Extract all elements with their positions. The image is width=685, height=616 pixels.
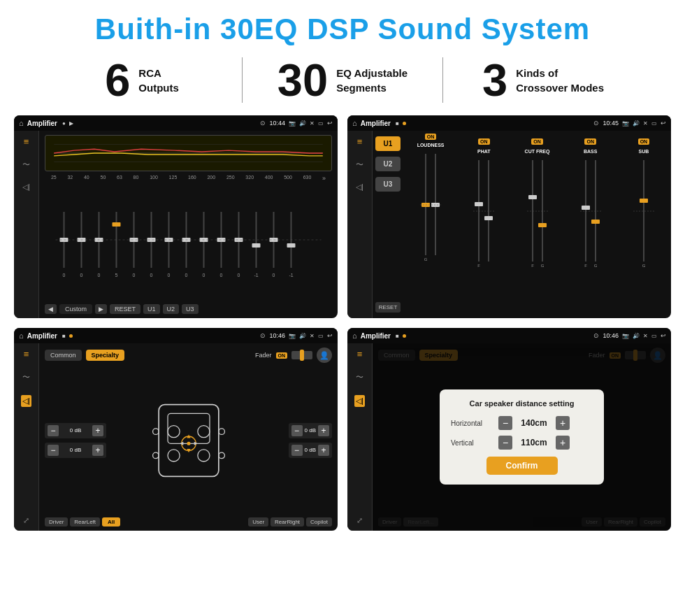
vertical-minus-btn[interactable]: − bbox=[498, 436, 512, 450]
freq-label: 630 bbox=[303, 175, 312, 182]
horizontal-plus-btn[interactable]: + bbox=[556, 416, 570, 430]
freq-label: 32 bbox=[67, 175, 73, 182]
svg-point-90 bbox=[152, 452, 159, 459]
svg-rect-68 bbox=[591, 220, 600, 224]
svg-rect-77 bbox=[168, 413, 210, 443]
dialog-title: Car speaker distance setting bbox=[451, 399, 593, 408]
eq-icon[interactable]: ≡ bbox=[24, 136, 29, 147]
app-name-dialog: Amplifier bbox=[361, 332, 391, 340]
freq-label: 50 bbox=[101, 175, 106, 182]
svg-rect-54 bbox=[475, 202, 483, 206]
loudness-label: LOUDNESS bbox=[417, 143, 445, 148]
left-sidebar-crossover: ≡ 〜 ◁| bbox=[347, 131, 373, 318]
db-value-fl: 0 dB bbox=[61, 427, 90, 434]
svg-text:F: F bbox=[477, 264, 480, 268]
db-minus-fl[interactable]: − bbox=[48, 425, 59, 436]
db-plus-rr[interactable]: + bbox=[318, 445, 329, 456]
speaker-icon-4[interactable]: ◁| bbox=[354, 395, 365, 407]
db-minus-rr[interactable]: − bbox=[291, 445, 303, 456]
user-btn[interactable]: User bbox=[248, 517, 268, 527]
avatar-btn[interactable]: 👤 bbox=[317, 348, 332, 363]
eq-reset-btn[interactable]: RESET bbox=[110, 304, 140, 314]
svg-point-83 bbox=[187, 441, 190, 445]
app-name-speaker: Amplifier bbox=[27, 332, 57, 340]
horizontal-value: 140cm bbox=[517, 418, 551, 428]
driver-btn[interactable]: Driver bbox=[45, 517, 68, 527]
svg-text:0: 0 bbox=[80, 273, 83, 278]
svg-text:G: G bbox=[540, 264, 544, 268]
db-minus-rl[interactable]: − bbox=[48, 445, 59, 456]
time-dialog: 10:46 bbox=[603, 332, 619, 339]
vertical-label: Vertical bbox=[451, 439, 494, 447]
wave-icon-3[interactable]: 〜 bbox=[22, 372, 30, 382]
wave-icon[interactable]: 〜 bbox=[22, 159, 30, 170]
eq-prev-btn[interactable]: ◀ bbox=[45, 304, 57, 314]
screens-grid: ⌂ Amplifier ● ▶ ⊙ 10:44 📷 🔊 ✕ ▭ ↩ ≡ 〜 ◁| bbox=[0, 113, 685, 536]
svg-text:F: F bbox=[531, 264, 534, 268]
svg-text:0: 0 bbox=[168, 273, 171, 278]
svg-rect-10 bbox=[113, 222, 121, 227]
common-tab[interactable]: Common bbox=[45, 350, 82, 361]
eq-u1-btn[interactable]: U1 bbox=[143, 304, 160, 314]
rear-right-btn[interactable]: RearRight bbox=[271, 517, 304, 527]
eq-u2-btn[interactable]: U2 bbox=[163, 304, 180, 314]
eq-screen: ⌂ Amplifier ● ▶ ⊙ 10:44 📷 🔊 ✕ ▭ ↩ ≡ 〜 ◁| bbox=[14, 115, 338, 318]
svg-text:5: 5 bbox=[115, 273, 118, 278]
dialog-box: Car speaker distance setting Horizontal … bbox=[440, 389, 604, 485]
db-plus-fr[interactable]: + bbox=[318, 425, 329, 436]
svg-rect-67 bbox=[582, 206, 590, 210]
bass-label: BASS bbox=[584, 149, 597, 154]
svg-text:0: 0 bbox=[185, 273, 188, 278]
wave-icon-2[interactable]: 〜 bbox=[356, 159, 363, 170]
svg-text:0: 0 bbox=[63, 273, 66, 278]
db-minus-fr[interactable]: − bbox=[291, 425, 303, 436]
freq-label: 160 bbox=[188, 175, 196, 182]
time-speaker: 10:46 bbox=[269, 332, 285, 339]
eq-icon-2[interactable]: ≡ bbox=[357, 136, 363, 147]
time-eq: 10:44 bbox=[269, 120, 285, 127]
expand-icon-4[interactable]: ⤢ bbox=[356, 516, 363, 525]
svg-rect-73 bbox=[640, 199, 648, 203]
speaker-screen: ⌂ Amplifier ■ ⊙ 10:46 📷 🔊 ✕ ▭ ↩ ≡ 〜 ◁| ⤢ bbox=[14, 328, 338, 531]
db-plus-rl[interactable]: + bbox=[92, 445, 103, 456]
page-header: Buith-in 30EQ DSP Sound System bbox=[0, 0, 685, 52]
svg-point-80 bbox=[168, 449, 180, 461]
eq-next-btn[interactable]: ▶ bbox=[95, 304, 107, 314]
specialty-tab[interactable]: Specialty bbox=[86, 350, 125, 361]
stat-number-rca: 6 bbox=[105, 57, 130, 103]
expand-icon-3[interactable]: ⤢ bbox=[23, 516, 29, 525]
svg-rect-26 bbox=[252, 243, 261, 248]
phat-label: PHAT bbox=[477, 149, 491, 154]
left-sidebar-eq: ≡ 〜 ◁| bbox=[14, 131, 39, 318]
svg-text:0: 0 bbox=[98, 273, 101, 278]
rear-left-btn[interactable]: RearLeft bbox=[70, 517, 100, 527]
wave-icon-4[interactable]: 〜 bbox=[356, 372, 363, 382]
vertical-plus-btn[interactable]: + bbox=[556, 436, 570, 450]
db-value-rl: 0 dB bbox=[61, 447, 90, 453]
freq-label: 125 bbox=[169, 175, 178, 182]
all-btn[interactable]: All bbox=[102, 517, 120, 527]
app-name-crossover: Amplifier bbox=[361, 120, 391, 127]
freq-label: 80 bbox=[134, 175, 139, 182]
speaker-icon[interactable]: ◁| bbox=[22, 182, 30, 192]
speaker-icon-2[interactable]: ◁| bbox=[356, 182, 363, 192]
eq-u3-btn[interactable]: U3 bbox=[182, 304, 199, 314]
crossover-reset-btn[interactable]: RESET bbox=[375, 302, 401, 313]
db-plus-fl[interactable]: + bbox=[92, 425, 103, 436]
u1-preset-btn[interactable]: U1 bbox=[375, 136, 401, 151]
svg-text:0: 0 bbox=[150, 273, 153, 278]
confirm-button[interactable]: Confirm bbox=[486, 457, 558, 475]
svg-text:G: G bbox=[424, 257, 428, 262]
stat-crossover: 3 Kinds of Crossover Modes bbox=[443, 57, 643, 103]
u3-preset-btn[interactable]: U3 bbox=[375, 177, 401, 192]
copilot-btn[interactable]: Copilot bbox=[306, 517, 332, 527]
speaker-icon-3[interactable]: ◁| bbox=[21, 395, 31, 407]
eq-icon-4[interactable]: ≡ bbox=[357, 349, 363, 359]
freq-label: 400 bbox=[265, 175, 273, 182]
cutfreq-label: CUT FREQ bbox=[525, 149, 550, 154]
u2-preset-btn[interactable]: U2 bbox=[375, 157, 401, 171]
db-value-rr: 0 dB bbox=[305, 447, 316, 453]
status-bar-speaker: ⌂ Amplifier ■ ⊙ 10:46 📷 🔊 ✕ ▭ ↩ bbox=[14, 328, 338, 343]
eq-icon-3[interactable]: ≡ bbox=[24, 349, 29, 359]
horizontal-minus-btn[interactable]: − bbox=[498, 416, 512, 430]
